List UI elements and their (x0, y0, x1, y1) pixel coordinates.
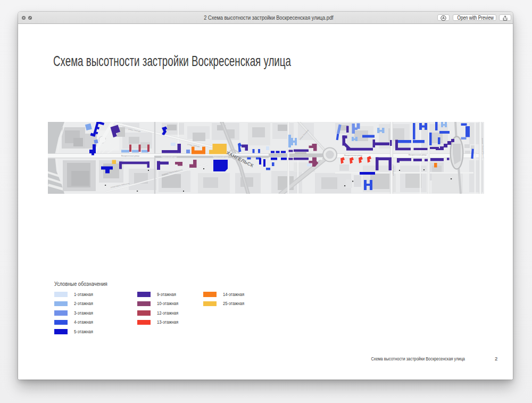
svg-text:Ломоносовский округ: Ломоносовский округ (161, 156, 177, 158)
svg-text:Воскресенская улица: Воскресенская улица (409, 154, 427, 156)
svg-text:Ломоносовский округ: Ломоносовский округ (213, 156, 229, 158)
svg-text:Воскресенская улица: Воскресенская улица (121, 155, 139, 157)
svg-text:Воскресенская улица: Воскресенская улица (344, 154, 362, 157)
svg-text:улица Гайдара: улица Гайдара (392, 165, 395, 176)
